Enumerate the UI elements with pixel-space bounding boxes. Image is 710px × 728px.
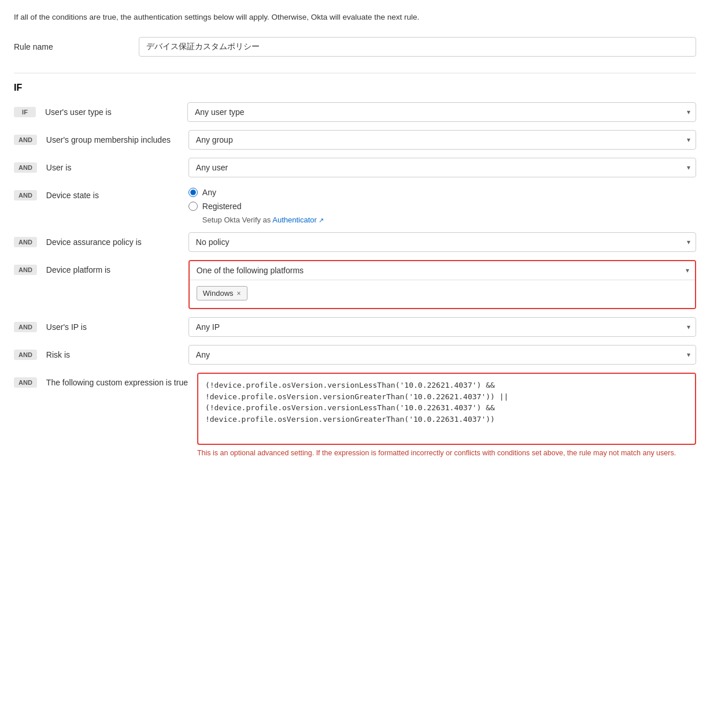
condition-label-4: Device assurance policy is (46, 232, 179, 247)
condition-control-2: Any user▾ (188, 158, 696, 177)
condition-badge-8: AND (14, 377, 37, 388)
expression-textarea[interactable] (198, 374, 695, 442)
condition-badge-5: AND (14, 265, 37, 275)
condition-control-5: One of the following platforms▾Windows× (188, 260, 696, 309)
select-wrapper-7: Any▾ (188, 345, 696, 365)
radio-input-any[interactable] (188, 188, 198, 197)
condition-row-5: ANDDevice platform isOne of the followin… (14, 260, 696, 309)
expression-note: This is an optional advanced setting. If… (197, 448, 696, 459)
condition-label-7: Risk is (46, 345, 179, 359)
condition-label-6: User's IP is (46, 317, 179, 332)
select-wrapper-6: Any IP▾ (188, 317, 696, 337)
expression-box (197, 373, 696, 445)
condition-badge-0: IF (14, 107, 36, 117)
condition-row-1: ANDUser's group membership includesAny g… (14, 130, 696, 150)
header-description: If all of the conditions are true, the a… (14, 12, 696, 23)
radio-input-registered[interactable] (188, 202, 198, 211)
condition-badge-7: AND (14, 350, 37, 360)
condition-row-0: IFUser's user type isAny user type▾ (14, 102, 696, 122)
condition-row-4: ANDDevice assurance policy isNo policy▾ (14, 232, 696, 252)
external-link-icon: ↗ (317, 217, 324, 224)
conditions-container: IFUser's user type isAny user type▾ANDUs… (14, 102, 696, 458)
rule-name-input[interactable] (139, 37, 696, 57)
if-section-label: IF (14, 83, 696, 93)
radio-group-3: AnyRegisteredSetup Okta Verify as Authen… (188, 185, 696, 224)
platform-select-wrapper: One of the following platforms▾ (190, 261, 695, 280)
select-field-7[interactable]: Any (188, 345, 696, 365)
radio-option-1: Registered (188, 202, 696, 211)
platform-select-row: One of the following platforms▾ (190, 261, 695, 280)
condition-badge-2: AND (14, 162, 37, 173)
condition-row-3: ANDDevice state isAnyRegisteredSetup Okt… (14, 185, 696, 224)
platform-tags-row: Windows× (190, 280, 695, 308)
authenticator-link[interactable]: Authenticator ↗ (272, 216, 324, 224)
condition-badge-1: AND (14, 135, 37, 145)
platform-box: One of the following platforms▾Windows× (188, 260, 696, 309)
select-field-1[interactable]: Any group (188, 130, 696, 150)
section-divider (14, 73, 696, 73)
authenticator-text: Setup Okta Verify as Authenticator ↗ (188, 216, 696, 224)
condition-label-2: User is (46, 158, 179, 172)
rule-name-label: Rule name (14, 42, 130, 51)
select-wrapper-1: Any group▾ (188, 130, 696, 150)
select-field-2[interactable]: Any user (188, 158, 696, 177)
select-field-0[interactable]: Any user type (187, 102, 696, 122)
condition-row-7: ANDRisk isAny▾ (14, 345, 696, 365)
close-icon[interactable]: × (237, 289, 241, 298)
condition-badge-3: AND (14, 190, 37, 200)
rule-name-row: Rule name (14, 37, 696, 57)
condition-badge-4: AND (14, 237, 37, 247)
condition-label-5: Device platform is (46, 260, 179, 274)
radio-label-0: Any (202, 188, 216, 197)
condition-control-7: Any▾ (188, 345, 696, 365)
select-field-4[interactable]: No policy (188, 232, 696, 252)
select-wrapper-4: No policy▾ (188, 232, 696, 252)
condition-label-3: Device state is (46, 185, 179, 200)
condition-row-6: ANDUser's IP isAny IP▾ (14, 317, 696, 337)
condition-row-2: ANDUser isAny user▾ (14, 158, 696, 177)
condition-row-8: ANDThe following custom expression is tr… (14, 373, 696, 458)
condition-control-4: No policy▾ (188, 232, 696, 252)
platform-tag-windows[interactable]: Windows× (197, 286, 247, 300)
condition-badge-6: AND (14, 322, 37, 332)
select-wrapper-0: Any user type▾ (187, 102, 696, 122)
platform-select[interactable]: One of the following platforms (190, 261, 695, 280)
platform-tag-label: Windows (203, 289, 234, 298)
select-field-6[interactable]: Any IP (188, 317, 696, 337)
condition-control-0: Any user type▾ (187, 102, 696, 122)
condition-control-1: Any group▾ (188, 130, 696, 150)
condition-control-3: AnyRegisteredSetup Okta Verify as Authen… (188, 185, 696, 224)
condition-control-6: Any IP▾ (188, 317, 696, 337)
select-wrapper-2: Any user▾ (188, 158, 696, 177)
condition-label-1: User's group membership includes (46, 130, 179, 144)
condition-label-0: User's user type is (45, 102, 178, 117)
condition-control-8: This is an optional advanced setting. If… (197, 373, 696, 458)
radio-label-1: Registered (202, 202, 242, 211)
condition-label-8: The following custom expression is true (46, 373, 188, 387)
radio-option-0: Any (188, 188, 696, 197)
